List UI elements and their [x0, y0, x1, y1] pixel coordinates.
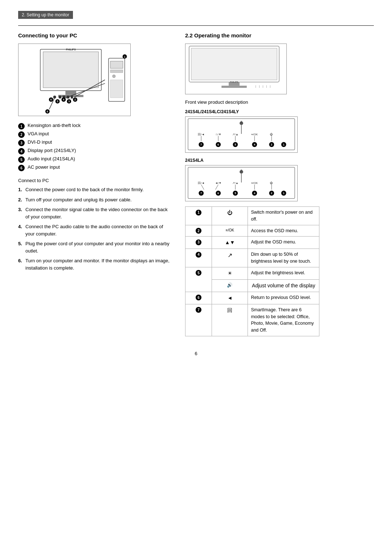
svg-text:1: 1	[124, 56, 126, 58]
model2-label: 241S4LA	[185, 158, 374, 163]
row-num: 7	[185, 304, 212, 336]
table-row: 6 ◄ Return to previous OSD level.	[185, 292, 319, 304]
row-description: Dim down up to 50% of brightness level b…	[248, 249, 319, 267]
row-num: 2	[185, 225, 212, 237]
left-column: Connecting to your PC PHILIPS	[18, 32, 171, 274]
svg-text:1: 1	[283, 192, 285, 195]
bullet-5: 5	[18, 156, 25, 163]
row-description: Switch monitor's power on and off.	[248, 207, 319, 225]
monitor-front-image: PHILIPS	[185, 44, 287, 94]
top-divider	[18, 25, 374, 26]
bullet-6: 6	[18, 165, 25, 171]
model1-label: 241S4L/241S4LC/241S4LY	[185, 109, 374, 114]
svg-text:≡/OK: ≡/OK	[251, 133, 258, 136]
table-row: 5 ☀ Adjust the brightness level.	[185, 267, 319, 279]
step-3: 3. Connect the monitor signal cable to t…	[18, 206, 171, 220]
row-description: Access the OSD menu.	[248, 225, 319, 237]
row-description: Return to previous OSD level.	[248, 292, 319, 304]
features-table: 1 ⏻ Switch monitor's power on and off. 2…	[185, 206, 319, 336]
row-icon: ▲▼	[212, 237, 248, 249]
svg-line-77	[201, 185, 204, 190]
list-item: 2 VGA input	[18, 131, 171, 138]
svg-line-78	[215, 185, 218, 190]
table-row: 4 ↗ Dim down up to 50% of brightness lev…	[185, 249, 319, 267]
svg-text:6: 6	[47, 110, 48, 113]
step-4: 4. Connect the PC audio cable to the aud…	[18, 223, 171, 237]
row-num: 4	[185, 249, 212, 267]
row-icon: ◄	[212, 292, 248, 304]
right-column: 2.2 Operating the monitor PHILIPS	[185, 32, 374, 336]
row-description: Adjust the brightness level.	[248, 267, 319, 279]
model1-diagram: 3 回/◄ ☆/▼ ↗/▲ ≡/OK ⏻ 7	[185, 116, 298, 153]
svg-rect-22	[110, 70, 123, 73]
svg-rect-21	[110, 61, 123, 69]
step-6: 6. Turn on your computer and monitor. If…	[18, 257, 171, 271]
list-item: 1 Kensington anti-theft lock	[18, 123, 171, 130]
step-5: 5. Plug the power cord of your computer …	[18, 240, 171, 254]
svg-text:4: 4	[63, 98, 64, 101]
svg-text:⏻: ⏻	[270, 181, 273, 185]
svg-text:4: 4	[254, 192, 256, 195]
row-num: 6	[185, 292, 212, 304]
bullet-1: 1	[18, 123, 25, 130]
row-icon: ≡/OK	[212, 225, 248, 237]
row-description: Adjust volume of the display	[248, 279, 319, 292]
row-icon: 回	[212, 304, 248, 336]
connecting-title: Connecting to your PC	[18, 32, 171, 38]
svg-rect-9	[71, 96, 73, 99]
list-item: 3 DVI-D input	[18, 139, 171, 146]
operating-title: 2.2 Operating the monitor	[185, 32, 374, 38]
svg-text:3: 3	[241, 169, 242, 172]
connection-steps: 1. Connect the power cord to the back of…	[18, 186, 171, 271]
breadcrumb: 2. Setting up the monitor	[18, 11, 73, 19]
svg-text:PHILIPS: PHILIPS	[66, 48, 76, 51]
page-number: 6	[18, 351, 374, 356]
svg-text:回/◄: 回/◄	[198, 133, 204, 136]
row-icon: ☀	[212, 267, 248, 279]
svg-text:PHILIPS: PHILIPS	[230, 81, 238, 83]
row-num: 3	[185, 237, 212, 249]
table-row: 3 ▲▼ Adjust the OSD menu.	[185, 237, 319, 249]
svg-text:6: 6	[217, 192, 219, 195]
svg-text:◄/▼: ◄/▼	[215, 181, 221, 185]
components-list: 1 Kensington anti-theft lock 2 VGA input…	[18, 123, 171, 171]
step-2: 2. Turn off your computer and unplug its…	[18, 196, 171, 204]
svg-rect-35	[221, 86, 247, 88]
connect-to-pc-heading: Connect to PC	[18, 178, 171, 183]
list-item: 6 AC power input	[18, 164, 171, 171]
table-row: 1 ⏻ Switch monitor's power on and off.	[185, 207, 319, 225]
svg-text:↗/▲: ↗/▲	[232, 181, 238, 185]
svg-rect-1	[43, 52, 98, 88]
svg-point-6	[58, 96, 61, 99]
list-item: 5 Audio input (241S4LA)	[18, 156, 171, 163]
row-icon: ⏻	[212, 207, 248, 225]
svg-text:2: 2	[271, 192, 273, 195]
svg-text:3: 3	[241, 120, 242, 123]
row-num: 5	[185, 267, 212, 292]
row-description: Adjust the OSD menu.	[248, 237, 319, 249]
svg-text:☆/▼: ☆/▼	[215, 133, 221, 136]
svg-text:↗/▲: ↗/▲	[232, 133, 238, 136]
bullet-2: 2	[18, 131, 25, 138]
svg-text:5: 5	[234, 192, 236, 195]
svg-text:回/◄: 回/◄	[198, 181, 204, 185]
bullet-3: 3	[18, 140, 25, 146]
row-icon: ↗	[212, 249, 248, 267]
step-1: 1. Connect the power cord to the back of…	[18, 186, 171, 193]
svg-text:6: 6	[50, 98, 52, 101]
page: 2. Setting up the monitor Connecting to …	[0, 0, 392, 554]
svg-rect-33	[191, 48, 277, 80]
bullet-4: 4	[18, 148, 25, 155]
row-description: SmartImage. There are 6 modes to be sele…	[248, 304, 319, 336]
svg-text:5: 5	[57, 100, 58, 103]
svg-text:2: 2	[271, 143, 273, 146]
svg-text:2: 2	[74, 98, 76, 101]
svg-rect-24	[110, 80, 123, 98]
model2-diagram: 3 回/◄ ◄/▼ ↗/▲ ≡/OK ⏻ 7	[185, 165, 298, 201]
front-view-description: Front view product description	[185, 99, 374, 105]
svg-text:6: 6	[217, 143, 219, 146]
svg-point-23	[113, 75, 115, 78]
svg-text:3: 3	[68, 100, 70, 103]
svg-text:7: 7	[200, 143, 202, 146]
svg-text:1: 1	[283, 143, 285, 146]
